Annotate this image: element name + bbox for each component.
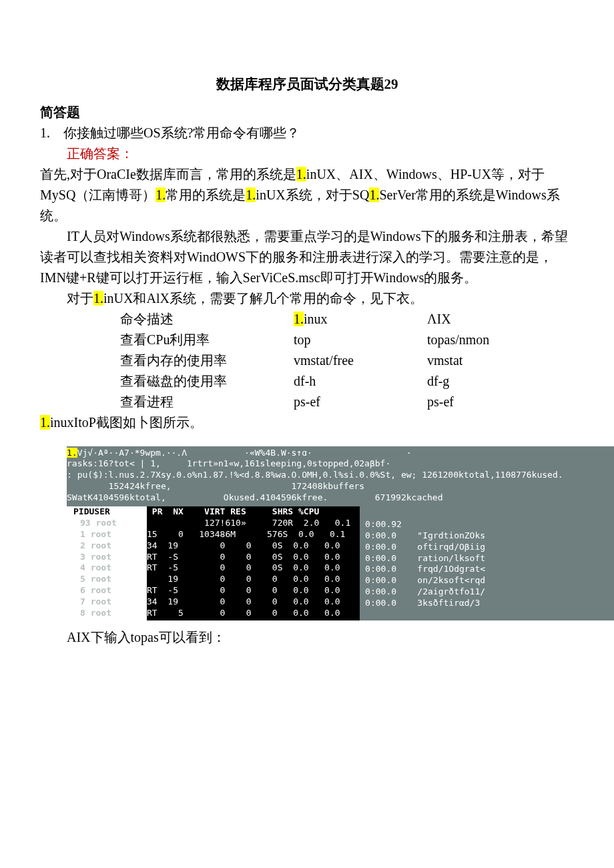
term-row: RT 5 0 0 0 0.0 0.0 [147,608,340,618]
highlight: 1. [294,312,304,326]
highlight: 1. [369,187,379,202]
term-row: 0:00.0 on/2ksoft<rqd [365,575,485,585]
term-row: 0:00.0 frqd/1Odgrat< [365,564,485,574]
term-line: : pu($):l.nus.2.7Xsy.0.o%n1.87.!%<d.8.8%… [67,470,563,480]
header-linux: 1.inux [294,309,427,330]
term-row: 15 0 103486M 576S 0.0 0.1 [147,529,345,539]
text: inux [304,312,328,326]
command-table: 命令描述 1.inux ΛIX 查看CPu利用率 top topas/nmon … [120,309,547,412]
highlight: 1. [296,167,306,181]
header-aix: ΛIX [427,309,547,330]
term-row: 0:00.0 oftirqd/Oβiig [365,542,485,552]
ghost-row: 3 root [67,552,147,563]
term-row: 19 0 0 0 0.0 0.0 [147,574,340,584]
cell: top [294,330,427,350]
section-heading: 简答题 [40,102,574,123]
cell: vmstat/free [294,350,427,371]
ghost-row: 4 root [67,562,147,574]
cell: 查看磁盘的使用率 [120,371,294,392]
cell: 查看内存的使用率 [120,350,294,371]
term-row: 0:00.0 3ksðftirαd/3 [365,598,480,608]
ghost-row: 6 root [67,585,147,596]
term-row: 34 19 0 0 0 0.0 0.0 [147,596,340,606]
paragraph-4: 1.inuxItoP截图如卜图所示。 [40,412,574,433]
cell: ps-ef [427,392,547,412]
text: inuxItoP截图如卜图所示。 [50,415,203,430]
term-row: 0:00.0 /2aigrðtfo11/ [365,586,485,596]
paragraph-5: AIX下输入topas可以看到： [40,627,574,648]
highlight: 1. [93,291,103,306]
term-line: SWatK4104596ktotal, Okused.4104596kfree.… [67,492,443,502]
text: 首先,对于OraCIe数据库而言，常用的系统是 [40,167,296,181]
table-row: 查看内存的使用率 vmstat/free vmstat [120,350,547,371]
term-row: 0:00.92 [365,519,402,529]
term-line: 152424kfree, 172408kbuffers [67,481,364,491]
terminal-body: PIDUSER 93 root 1 root 2 root 3 root 4 r… [67,506,614,620]
text: inUX系统，对于SQ [256,187,369,202]
table-row: 查看进程 ps-ef ps-ef [120,392,547,412]
ghost-row: 5 root [67,574,147,585]
text: inUX和AlX系统，需要了解几个常用的命令，见下衣。 [103,291,423,306]
document-title: 数据库程序员面试分类真题29 [40,73,574,95]
table-row: 查看CPu利用率 top topas/nmon [120,330,547,350]
text: 对于 [67,291,93,306]
table-row: 查看磁盘的使用率 df-h df-g [120,371,547,392]
text: 常用的系统是 [166,187,246,202]
highlight: 1. [156,187,166,202]
highlight: 1. [67,448,77,458]
cell: df-h [294,371,427,392]
term-row: RT -5 0 0 0S 0.0 0.0 [147,562,340,572]
terminal-header: 1.Vj√·Aª··A7·*9wpm.··.Λ ·«W%4B.W·s↑ɑ· · … [67,446,614,506]
ghost-row: 93 root [67,518,147,529]
cell: ps-ef [294,392,427,412]
term-row: 0:00.0 ration/lksoft [365,553,485,563]
ghost-row: 7 root [67,596,147,608]
cell: topas/nmon [427,330,547,350]
terminal-left-column: PIDUSER 93 root 1 root 2 root 3 root 4 r… [67,506,147,620]
term-row: RT -S 0 0 0S 0.0 0.0 [147,552,340,562]
term-row: 0:00.0 "IgrdtionZOks [365,530,485,540]
term-line: rasks:16?tot< | 1, 1rtrt»n1«w,161sleepin… [67,458,390,468]
terminal-right-column: 0:00.92 0:00.0 "IgrdtionZOks 0:00.0 ofti… [360,506,614,620]
paragraph-1: 首先,对于OraCIe数据库而言，常用的系统是1.inUX、AIX、Window… [40,164,574,226]
cell: df-g [427,371,547,392]
term-row: RT -5 0 0 0 0.0 0.0 [147,585,340,595]
piduser-header: PIDUSER [67,506,147,518]
answer-label: 正确答案： [40,143,574,164]
cell: vmstat [427,350,547,371]
ghost-row: 1 root [67,529,147,540]
ghost-row: 8 root [67,608,147,619]
term-line: Vj√·Aª··A7·*9wpm.··.Λ ·«W%4B.W·s↑ɑ· · [77,448,412,458]
term-mid-header: PR NX VIRT RES SHRS %CPU [147,506,356,516]
cell: 查看CPu利用率 [120,330,294,350]
term-row: 127!610» 720R 2.0 0.1 [147,518,350,528]
table-header-row: 命令描述 1.inux ΛIX [120,309,547,330]
terminal-screenshot: 1.Vj√·Aª··A7·*9wpm.··.Λ ·«W%4B.W·s↑ɑ· · … [67,446,614,620]
highlight: 1. [40,415,50,430]
question-text: 你接触过哪些OS系统?常用命令有哪些？ [63,125,300,140]
question-line: 1. 你接触过哪些OS系统?常用命令有哪些？ [40,123,574,143]
terminal-process-list: PR NX VIRT RES SHRS %CPU 127!610» 720R 2… [147,506,360,620]
highlight: 1. [246,187,256,202]
term-row: 34 19 0 0 0S 0.0 0.0 [147,540,340,550]
cell: 查看进程 [120,392,294,412]
ghost-row: 2 root [67,540,147,552]
header-description: 命令描述 [120,309,294,330]
paragraph-2: IT人员对Windows系统都很熟悉，需要重点学习的是Windows下的服务和注… [40,226,574,288]
document-page: 数据库程序员面试分类真题29 简答题 1. 你接触过哪些OS系统?常用命令有哪些… [0,0,614,688]
question-number: 1. [40,125,50,140]
paragraph-3: 对于1.inUX和AlX系统，需要了解几个常用的命令，见下衣。 [40,288,574,309]
